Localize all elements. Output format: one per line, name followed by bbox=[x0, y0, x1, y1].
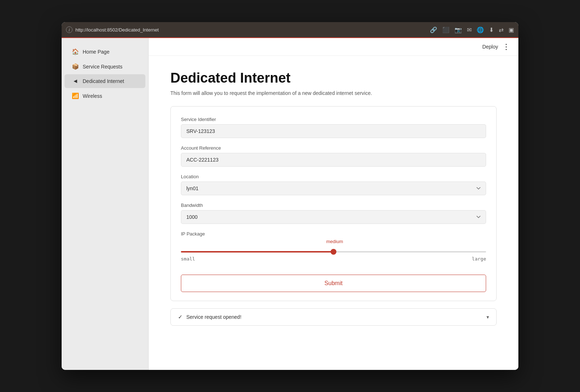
sidebar-item-service-requests[interactable]: 📦 Service Requests bbox=[65, 59, 145, 74]
sidebar-item-dedicated-internet[interactable]: ◄ Dedicated Internet bbox=[65, 74, 145, 88]
service-identifier-label: Service Identifier bbox=[181, 117, 486, 122]
sidebar: 🏠 Home Page 📦 Service Requests ◄ Dedicat… bbox=[62, 38, 149, 370]
submit-button[interactable]: Submit bbox=[181, 275, 486, 292]
slider-current-value-label: medium bbox=[326, 239, 343, 244]
browser-chrome: i http://localhost:8502/Dedicated_Intern… bbox=[62, 22, 518, 38]
sidebar-item-label: Dedicated Internet bbox=[83, 78, 124, 84]
slider-container: medium small large bbox=[181, 239, 486, 262]
location-group: Location lyn01 lon01 nyc01 syd01 bbox=[181, 174, 486, 195]
page-description: This form will allow you to request the … bbox=[170, 90, 497, 96]
page-title: Dedicated Internet bbox=[170, 70, 497, 86]
dedicated-internet-icon: ◄ bbox=[72, 78, 79, 84]
screenshot-icon[interactable]: ⬛ bbox=[442, 26, 450, 33]
mail-icon[interactable]: ✉ bbox=[467, 26, 472, 33]
link-icon[interactable]: 🔗 bbox=[430, 26, 437, 33]
top-bar: Deploy ⋮ bbox=[149, 38, 518, 56]
account-reference-label: Account Reference bbox=[181, 145, 486, 151]
service-identifier-input[interactable] bbox=[181, 124, 486, 138]
service-identifier-group: Service Identifier bbox=[181, 117, 486, 138]
sidebar-item-home-page[interactable]: 🏠 Home Page bbox=[65, 45, 145, 59]
account-reference-input[interactable] bbox=[181, 153, 486, 167]
browser-window: i http://localhost:8502/Dedicated_Intern… bbox=[62, 22, 518, 370]
sidebar-item-wireless[interactable]: 📶 Wireless bbox=[65, 89, 145, 103]
check-icon: ✓ bbox=[178, 314, 183, 320]
browser-toolbar: 🔗 ⬛ 📷 ✉ 🌐 ⬇ ⇄ ▣ bbox=[430, 26, 514, 33]
location-select[interactable]: lyn01 lon01 nyc01 syd01 bbox=[181, 182, 486, 195]
share-icon[interactable]: ⇄ bbox=[499, 26, 504, 33]
sidebar-item-label: Service Requests bbox=[83, 64, 123, 70]
bandwidth-label: Bandwidth bbox=[181, 203, 486, 208]
status-accordion[interactable]: ✓ Service request opened! ▾ bbox=[170, 308, 497, 326]
location-label: Location bbox=[181, 174, 486, 179]
sidebar-item-label: Wireless bbox=[83, 93, 102, 99]
sidebar-item-label: Home Page bbox=[83, 49, 109, 55]
deploy-button[interactable]: Deploy bbox=[482, 44, 498, 50]
wireless-icon: 📶 bbox=[72, 92, 79, 99]
camera-icon[interactable]: 📷 bbox=[455, 26, 462, 33]
bandwidth-group: Bandwidth 100 500 1000 10000 bbox=[181, 203, 486, 224]
status-accordion-content: ✓ Service request opened! bbox=[178, 314, 241, 320]
menu-button[interactable]: ⋮ bbox=[502, 42, 510, 51]
globe-icon[interactable]: 🌐 bbox=[477, 26, 484, 33]
form-card: Service Identifier Account Reference Loc… bbox=[170, 106, 497, 301]
ip-package-label: IP Package bbox=[181, 231, 486, 237]
service-requests-icon: 📦 bbox=[72, 63, 79, 70]
app-container: 🏠 Home Page 📦 Service Requests ◄ Dedicat… bbox=[62, 38, 518, 370]
ip-package-group: IP Package medium small large bbox=[181, 231, 486, 262]
page-body: Dedicated Internet This form will allow … bbox=[149, 56, 518, 340]
info-icon: i bbox=[66, 26, 72, 33]
url-bar[interactable]: http://localhost:8502/Dedicated_Internet bbox=[75, 27, 427, 33]
status-message: Service request opened! bbox=[186, 314, 241, 320]
slider-labels: small large bbox=[181, 256, 486, 262]
download-icon[interactable]: ⬇ bbox=[489, 26, 494, 33]
bandwidth-select[interactable]: 100 500 1000 10000 bbox=[181, 210, 486, 224]
sidebar-toggle-icon[interactable]: ▣ bbox=[509, 26, 514, 33]
main-content: Deploy ⋮ Dedicated Internet This form wi… bbox=[149, 38, 518, 370]
ip-package-slider[interactable] bbox=[181, 251, 486, 253]
accordion-chevron-icon: ▾ bbox=[486, 314, 489, 320]
slider-min-label: small bbox=[181, 256, 195, 262]
slider-max-label: large bbox=[472, 256, 486, 262]
home-icon: 🏠 bbox=[72, 48, 79, 55]
account-reference-group: Account Reference bbox=[181, 145, 486, 167]
